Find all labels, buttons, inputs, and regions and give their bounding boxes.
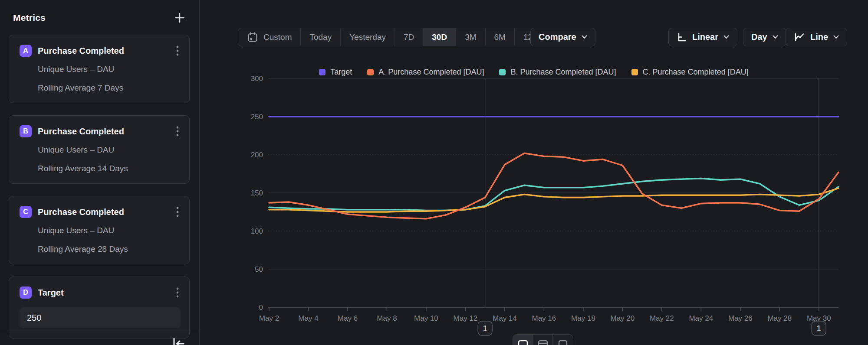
- metric-badge: D: [20, 286, 32, 299]
- metric-card-header: BPurchase Completed: [20, 125, 181, 138]
- table-view-icon: [538, 340, 548, 345]
- metric-badge: C: [20, 206, 32, 218]
- x-tick-label: May 28: [767, 314, 792, 322]
- metric-badge: A: [20, 45, 32, 57]
- metric-card-list: APurchase CompletedUnique Users – DAURol…: [9, 35, 190, 338]
- x-tick-label: May 16: [532, 314, 556, 322]
- kebab-menu-icon[interactable]: [176, 126, 179, 137]
- x-tick-label: May 6: [338, 314, 358, 322]
- y-tick-label: 200: [251, 151, 263, 159]
- metric-title: Target: [38, 288, 168, 298]
- metric-title: Purchase Completed: [38, 127, 168, 137]
- view-toggle: [513, 334, 573, 345]
- metrics-sidebar: Metrics APurchase CompletedUnique Users …: [0, 0, 200, 345]
- annotation-badge-label: 1: [817, 324, 821, 333]
- metric-card-header: APurchase Completed: [20, 44, 181, 57]
- x-tick-label: May 18: [571, 314, 595, 322]
- y-tick-label: 50: [255, 265, 263, 273]
- y-tick-label: 250: [251, 113, 263, 121]
- metric-card-a[interactable]: APurchase CompletedUnique Users – DAURol…: [9, 35, 190, 103]
- metric-card-header: CPurchase Completed: [20, 205, 181, 218]
- metric-rolling-average: Rolling Average 28 Days: [38, 244, 181, 254]
- add-metric-icon[interactable]: [174, 12, 185, 23]
- x-tick-label: May 14: [493, 314, 517, 322]
- x-tick-label: May 2: [259, 314, 279, 322]
- line-chart[interactable]: 050100150200250300May 2May 4May 6May 8Ma…: [200, 0, 868, 345]
- x-tick-label: May 24: [689, 314, 713, 322]
- y-tick-label: 300: [251, 75, 263, 83]
- x-tick-label: May 12: [454, 314, 478, 322]
- x-tick-label: May 20: [610, 314, 635, 322]
- metric-title: Purchase Completed: [38, 46, 168, 56]
- x-tick-label: May 10: [414, 314, 438, 322]
- metric-card-d[interactable]: DTarget250: [9, 277, 190, 338]
- kebab-menu-icon[interactable]: [176, 206, 179, 218]
- y-tick-label: 150: [251, 189, 263, 197]
- y-tick-label: 100: [251, 227, 263, 235]
- x-tick-label: May 8: [377, 314, 397, 322]
- annotation-badge-label: 1: [483, 324, 487, 333]
- x-tick-label: May 22: [650, 314, 674, 322]
- collapse-sidebar-icon[interactable]: [171, 337, 186, 345]
- metric-badge: B: [20, 125, 32, 137]
- metrics-header-row: Metrics: [9, 12, 190, 23]
- metric-title: Purchase Completed: [38, 207, 168, 217]
- kebab-menu-icon[interactable]: [176, 287, 179, 298]
- x-tick-label: May 4: [298, 314, 318, 322]
- metric-measure: Unique Users – DAU: [38, 226, 181, 235]
- kebab-menu-icon[interactable]: [176, 45, 179, 56]
- details-view-icon: [558, 340, 568, 345]
- metric-measure: Unique Users – DAU: [38, 65, 181, 74]
- metric-rolling-average: Rolling Average 14 Days: [38, 164, 181, 173]
- metric-card-b[interactable]: BPurchase CompletedUnique Users – DAURol…: [9, 115, 190, 184]
- view-toggle-chart[interactable]: [513, 335, 533, 345]
- series-c: [269, 188, 838, 212]
- metric-card-c[interactable]: CPurchase CompletedUnique Users – DAURol…: [9, 196, 190, 264]
- view-toggle-table[interactable]: [533, 335, 553, 345]
- metric-card-header: DTarget: [20, 286, 181, 299]
- x-tick-label: May 26: [728, 314, 753, 322]
- metric-measure: Unique Users – DAU: [38, 145, 181, 155]
- view-toggle-details[interactable]: [553, 335, 573, 345]
- metric-rolling-average: Rolling Average 7 Days: [38, 83, 181, 93]
- chart-view-icon: [518, 340, 528, 345]
- metrics-title: Metrics: [13, 13, 46, 23]
- y-tick-label: 0: [259, 303, 263, 312]
- sidebar-divider: [0, 331, 199, 331]
- target-value-input[interactable]: 250: [20, 307, 181, 328]
